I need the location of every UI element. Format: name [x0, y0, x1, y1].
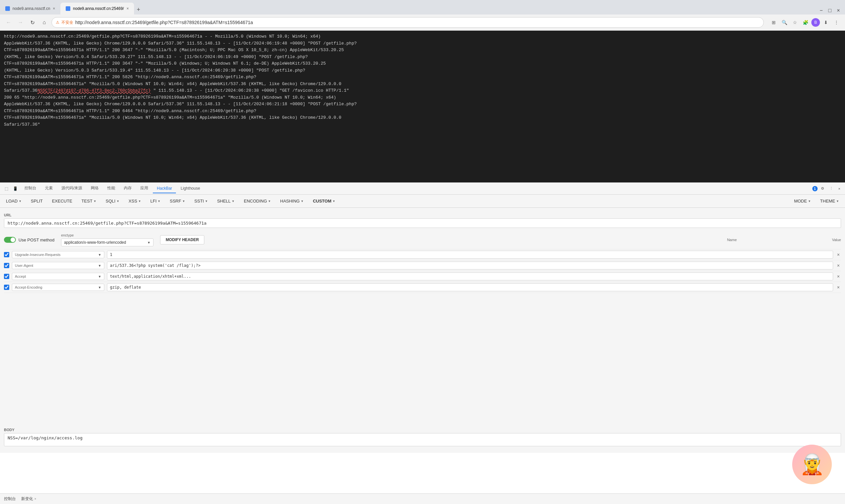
tab-sources[interactable]: 源代码/来源	[57, 183, 86, 194]
tab-network[interactable]: 网络	[87, 183, 103, 194]
browser-tab-1[interactable]: node9.anna.nssctf.cn ×	[0, 3, 60, 15]
forward-button[interactable]: →	[16, 18, 25, 27]
header4-name-cell: Accept-Encoding ▼	[12, 284, 104, 291]
headers-section: Upgrade-Insecure-Requests ▼ 1 × User-Age…	[4, 249, 841, 425]
header2-dropdown-icon[interactable]: ▼	[98, 264, 101, 268]
log-line-4: (KHTML, like Gecko) Version/5.0.4 Safari…	[4, 54, 841, 60]
security-label: 不安全	[61, 20, 73, 25]
back-button[interactable]: ←	[4, 18, 13, 27]
log-line-14: Safari/537.36"	[4, 121, 841, 128]
header1-delete-icon[interactable]: ×	[836, 251, 841, 258]
header3-checkbox[interactable]	[4, 274, 9, 279]
header3-dropdown-icon[interactable]: ▼	[98, 275, 101, 278]
modify-header-button[interactable]: MODIFY HEADER	[160, 235, 204, 245]
header2-value-cell[interactable]: ari/537.36<?php system('cat /flag');?>	[107, 262, 833, 269]
ssti-button[interactable]: SSTI ▼	[191, 198, 211, 204]
download-icon[interactable]: ⬇	[821, 18, 830, 27]
header2-delete-icon[interactable]: ×	[836, 262, 841, 269]
tab-elements[interactable]: 元素	[41, 183, 57, 194]
home-button[interactable]: ⌂	[40, 18, 49, 27]
sqli-label: SQLI	[106, 199, 116, 203]
encoding-button[interactable]: ENCODING ▼	[241, 198, 274, 204]
execute-label: EXECUTE	[52, 199, 72, 203]
custom-button[interactable]: CUSTOM ▼	[310, 198, 339, 204]
toggle-knob	[11, 237, 15, 242]
log-line-6: (KHTML, like Gecko) Version/5.0.3 Safari…	[4, 67, 841, 74]
log-line-2: AppleWebKit/537.36 (KHTML, like Gecko) C…	[4, 40, 841, 47]
header1-dropdown-icon[interactable]: ▼	[98, 253, 101, 257]
extension-icon[interactable]: 🧩	[801, 18, 810, 27]
header4-name: Accept-Encoding	[15, 285, 97, 289]
tab2-close-icon[interactable]: ×	[126, 6, 129, 11]
hashing-button[interactable]: HASHING ▼	[277, 198, 307, 204]
new-tab-button[interactable]: +	[134, 5, 143, 15]
xss-arrow-icon: ▼	[138, 200, 141, 203]
hackbar-toolbar: LOAD ▼ SPLIT EXECUTE TEST ▼ SQLI ▼ XSS ▼…	[0, 195, 845, 208]
tab-hackbar[interactable]: HackBar	[153, 184, 176, 193]
tab1-favicon	[5, 6, 10, 11]
devtools-more-icon[interactable]: ⋮	[828, 186, 835, 191]
search-icon[interactable]: 🔍	[780, 18, 789, 27]
body-section: Body	[4, 425, 841, 450]
tab-memory[interactable]: 内存	[120, 183, 136, 194]
bottom-tab-console[interactable]: 控制台	[4, 496, 16, 502]
refresh-button[interactable]: ↻	[28, 18, 37, 27]
header3-value-cell[interactable]: text/html,application/xhtml+xml...	[107, 272, 833, 281]
enctype-dropdown-icon: ▼	[147, 241, 151, 245]
post-method-label: Use POST method	[18, 237, 54, 242]
inspect-element-icon[interactable]: ⬚	[3, 186, 10, 191]
header1-value-cell[interactable]: 1	[107, 251, 833, 258]
header4-dropdown-icon[interactable]: ▼	[98, 286, 101, 289]
ssrf-button[interactable]: SSRF ▼	[166, 198, 189, 204]
flag-highlight: NSSCTF{2407d107-d706-47f3-8ec2-760c5bba2…	[37, 88, 151, 93]
url-input[interactable]	[4, 218, 841, 228]
tab-application[interactable]: 应用	[136, 183, 152, 194]
tab-lighthouse[interactable]: Lighthouse	[177, 184, 204, 193]
shell-button[interactable]: SHELL ▼	[214, 198, 238, 204]
maximize-button[interactable]: □	[826, 6, 834, 15]
mode-button[interactable]: MODE ▼	[791, 198, 814, 204]
profile-avatar[interactable]: B	[811, 18, 820, 27]
address-text[interactable]: http://node9.anna.nssctf.cn:25469/getfil…	[75, 20, 759, 25]
load-button[interactable]: LOAD ▼	[3, 198, 25, 204]
header4-delete-icon[interactable]: ×	[836, 284, 841, 291]
xss-button[interactable]: XSS ▼	[125, 198, 145, 204]
theme-label: THEME	[820, 199, 835, 203]
lfi-button[interactable]: LFI ▼	[147, 198, 164, 204]
execute-button[interactable]: EXECUTE	[49, 198, 75, 204]
ssti-arrow-icon: ▼	[205, 200, 208, 203]
devtools-settings-icon[interactable]: ⚙	[819, 186, 826, 191]
header1-checkbox[interactable]	[4, 252, 9, 257]
close-button[interactable]: ×	[834, 6, 842, 15]
url-label: URL	[4, 213, 841, 217]
headers-col-labels: Name Value	[727, 238, 841, 242]
device-toolbar-icon[interactable]: 📱	[11, 186, 20, 191]
address-box[interactable]: ⚠ 不安全 http://node9.anna.nssctf.cn:25469/…	[52, 17, 764, 28]
header4-checkbox[interactable]	[4, 285, 9, 290]
bookmark-icon[interactable]: ☆	[790, 18, 799, 27]
menu-icon[interactable]: ⋮	[832, 18, 841, 27]
browser-tab-2[interactable]: node9.anna.nssctf.cn:25469/ ×	[60, 3, 134, 15]
header2-checkbox[interactable]	[4, 263, 9, 268]
enctype-select[interactable]: application/x-www-form-urlencoded ▼	[61, 238, 154, 246]
bottom-changes-close-icon[interactable]: ×	[34, 497, 36, 501]
tab-console[interactable]: 控制台	[20, 183, 40, 194]
devtools-close-icon[interactable]: ×	[837, 186, 842, 191]
bottom-tab-changes[interactable]: 新变化 ×	[21, 496, 36, 502]
split-button[interactable]: SPLIT	[28, 198, 46, 204]
browser-chrome: node9.anna.nssctf.cn × node9.anna.nssctf…	[0, 0, 845, 31]
test-button[interactable]: TEST ▼	[78, 198, 100, 204]
value-col-header: Value	[832, 238, 841, 242]
tab1-close-icon[interactable]: ×	[53, 6, 55, 11]
body-input[interactable]	[4, 433, 841, 446]
translate-icon[interactable]: ⊞	[769, 18, 778, 27]
tab-performance[interactable]: 性能	[103, 183, 119, 194]
theme-button[interactable]: THEME ▼	[817, 198, 842, 204]
bottom-console-label: 控制台	[4, 496, 16, 502]
header3-delete-icon[interactable]: ×	[836, 273, 841, 280]
avatar-image: 🧝	[800, 454, 825, 474]
sqli-button[interactable]: SQLI ▼	[102, 198, 123, 204]
post-method-toggle[interactable]	[4, 237, 16, 243]
minimize-button[interactable]: −	[817, 6, 825, 15]
header4-value-cell[interactable]: gzip, deflate	[107, 283, 833, 291]
